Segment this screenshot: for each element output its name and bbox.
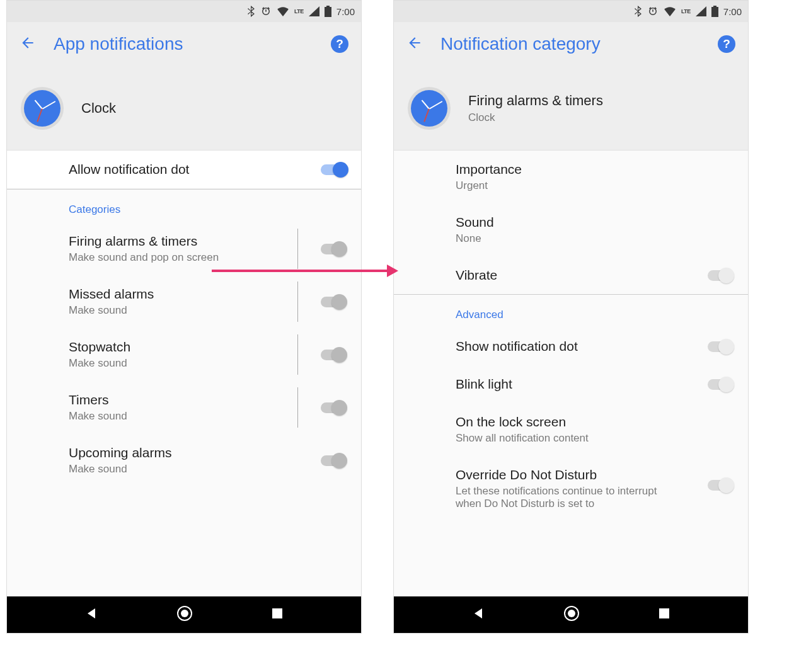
allow-dot-toggle[interactable] bbox=[319, 161, 347, 178]
help-button[interactable]: ? bbox=[331, 35, 348, 53]
lte-label: LTE bbox=[681, 8, 691, 14]
nav-recents-icon[interactable] bbox=[272, 608, 283, 622]
battery-icon bbox=[325, 6, 331, 17]
clock-app-icon bbox=[408, 87, 451, 130]
svg-rect-5 bbox=[659, 608, 669, 618]
page-title: App notifications bbox=[54, 34, 313, 54]
category-toggle[interactable] bbox=[319, 293, 347, 310]
settings-list: Allow notification dot Categories Firing… bbox=[7, 151, 361, 596]
category-timers[interactable]: Timers Make sound bbox=[7, 381, 361, 434]
signal-icon bbox=[309, 6, 319, 16]
app-name-label: Clock bbox=[81, 100, 116, 117]
category-name-label: Firing alarms & timers bbox=[468, 93, 603, 109]
svg-point-4 bbox=[568, 610, 575, 617]
category-subtitle: Make sound bbox=[69, 410, 304, 423]
override-dnd-sub: Let these notifications continue to inte… bbox=[456, 485, 664, 510]
row-divider bbox=[297, 229, 298, 269]
category-subtitle: Make sound and pop on screen bbox=[69, 251, 304, 264]
blink-light-row[interactable]: Blink light bbox=[394, 365, 748, 403]
category-toggle[interactable] bbox=[319, 240, 347, 258]
annotation-arrow-line bbox=[212, 270, 388, 272]
help-button[interactable]: ? bbox=[718, 35, 735, 53]
show-dot-toggle[interactable] bbox=[706, 338, 734, 355]
blink-light-toggle[interactable] bbox=[706, 375, 734, 393]
nav-bar bbox=[394, 596, 748, 633]
category-title: Timers bbox=[69, 392, 304, 407]
sound-row[interactable]: Sound None bbox=[394, 203, 748, 256]
override-dnd-label: Override Do Not Disturb bbox=[456, 467, 691, 482]
category-stopwatch[interactable]: Stopwatch Make sound bbox=[7, 328, 361, 381]
allow-notification-dot-row[interactable]: Allow notification dot bbox=[7, 151, 361, 189]
nav-recents-icon[interactable] bbox=[659, 608, 670, 622]
lock-screen-row[interactable]: On the lock screen Show all notification… bbox=[394, 403, 748, 456]
svg-point-1 bbox=[181, 610, 188, 617]
show-dot-label: Show notification dot bbox=[456, 339, 691, 354]
importance-value: Urgent bbox=[456, 179, 733, 192]
back-button[interactable] bbox=[406, 35, 423, 54]
importance-label: Importance bbox=[456, 162, 733, 177]
category-upcoming-alarms[interactable]: Upcoming alarms Make sound bbox=[7, 434, 361, 487]
nav-home-icon[interactable] bbox=[563, 605, 580, 624]
annotation-arrow-head bbox=[387, 265, 398, 277]
category-subtitle: Make sound bbox=[69, 357, 304, 370]
category-missed-alarms[interactable]: Missed alarms Make sound bbox=[7, 275, 361, 328]
status-time: 7:00 bbox=[337, 6, 355, 17]
category-title: Firing alarms & timers bbox=[69, 234, 304, 249]
override-dnd-toggle[interactable] bbox=[706, 476, 734, 494]
signal-icon bbox=[696, 6, 706, 16]
row-divider bbox=[297, 387, 298, 428]
alarm-icon bbox=[260, 6, 272, 17]
status-bar: LTE 7:00 bbox=[394, 1, 748, 22]
app-bar: Notification category ? bbox=[394, 22, 748, 66]
blink-light-label: Blink light bbox=[456, 377, 691, 392]
sound-label: Sound bbox=[456, 215, 733, 230]
bluetooth-icon bbox=[634, 6, 642, 17]
vibrate-label: Vibrate bbox=[456, 268, 691, 283]
app-header: Clock bbox=[7, 66, 361, 151]
app-header: Firing alarms & timers Clock bbox=[394, 66, 748, 151]
back-button[interactable] bbox=[20, 35, 36, 54]
lte-label: LTE bbox=[294, 8, 304, 14]
vibrate-toggle[interactable] bbox=[706, 266, 734, 284]
categories-section-label: Categories bbox=[7, 190, 361, 222]
alarm-icon bbox=[647, 6, 659, 17]
show-dot-row[interactable]: Show notification dot bbox=[394, 327, 748, 365]
category-title: Stopwatch bbox=[69, 339, 304, 355]
settings-list: Importance Urgent Sound None Vibrate Adv… bbox=[394, 151, 748, 596]
app-bar: App notifications ? bbox=[7, 22, 361, 66]
wifi-icon bbox=[664, 6, 676, 16]
battery-icon bbox=[711, 6, 718, 17]
allow-dot-label: Allow notification dot bbox=[69, 162, 189, 176]
category-toggle[interactable] bbox=[319, 346, 347, 363]
lock-screen-value: Show all notification content bbox=[456, 432, 733, 445]
category-toggle[interactable] bbox=[319, 452, 347, 469]
sound-value: None bbox=[456, 232, 733, 245]
vibrate-row[interactable]: Vibrate bbox=[394, 256, 748, 294]
nav-bar bbox=[7, 596, 361, 633]
svg-rect-2 bbox=[272, 608, 282, 618]
page-title: Notification category bbox=[440, 34, 700, 54]
status-bar: LTE 7:00 bbox=[7, 1, 361, 22]
category-title: Upcoming alarms bbox=[69, 445, 304, 460]
lock-screen-label: On the lock screen bbox=[456, 414, 733, 430]
phone-right: LTE 7:00 Notification category ? Firing … bbox=[393, 0, 749, 634]
row-divider bbox=[297, 282, 298, 322]
category-toggle[interactable] bbox=[319, 399, 347, 416]
nav-back-icon[interactable] bbox=[473, 607, 485, 622]
nav-home-icon[interactable] bbox=[176, 605, 193, 624]
app-name-label: Clock bbox=[468, 111, 603, 124]
phone-left: LTE 7:00 App notifications ? Clock Allow… bbox=[6, 0, 362, 634]
wifi-icon bbox=[277, 6, 289, 16]
category-subtitle: Make sound bbox=[69, 463, 304, 476]
status-time: 7:00 bbox=[723, 6, 742, 17]
row-divider bbox=[297, 334, 298, 375]
bluetooth-icon bbox=[247, 6, 255, 17]
importance-row[interactable]: Importance Urgent bbox=[394, 151, 748, 203]
category-subtitle: Make sound bbox=[69, 304, 304, 317]
category-firing-alarms[interactable]: Firing alarms & timers Make sound and po… bbox=[7, 222, 361, 275]
category-title: Missed alarms bbox=[69, 287, 304, 302]
nav-back-icon[interactable] bbox=[86, 607, 98, 622]
clock-app-icon bbox=[21, 87, 64, 130]
override-dnd-row[interactable]: Override Do Not Disturb Let these notifi… bbox=[394, 456, 748, 514]
advanced-section-label: Advanced bbox=[394, 295, 748, 327]
